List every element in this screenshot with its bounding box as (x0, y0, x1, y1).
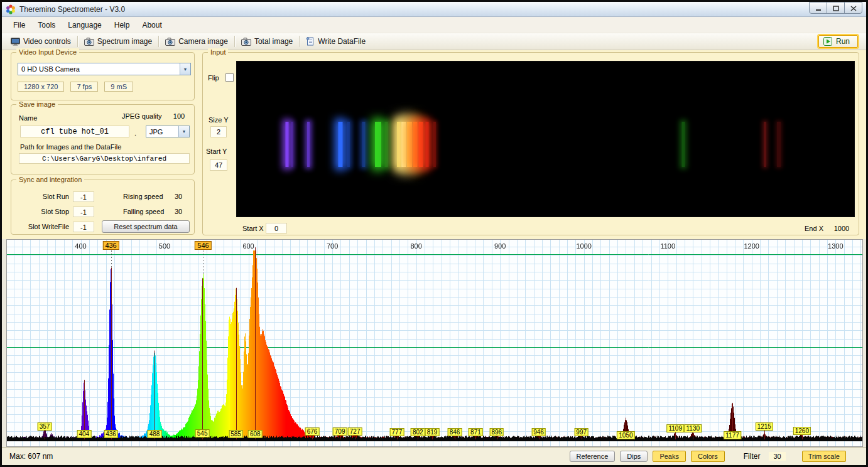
start-x-field[interactable]: 0 (266, 223, 287, 234)
toolbar-label: Write DataFile (318, 37, 366, 46)
minimize-button[interactable] (809, 2, 827, 14)
file-name-field[interactable]: cfl tube hot_01 (20, 126, 129, 137)
menu-item-file[interactable]: File (7, 18, 31, 32)
title-bar[interactable]: Theremino Spectrometer - V3.0 (2, 2, 866, 17)
toolbar-label: Spectrum image (97, 37, 152, 46)
toolbar-label: Video controls (23, 37, 71, 46)
spectral-line (339, 122, 343, 167)
menu-item-tools[interactable]: Tools (31, 18, 62, 32)
falling-speed-value[interactable]: 30 (170, 208, 187, 215)
toolbar-separator (77, 36, 78, 47)
peaks-button[interactable]: Peaks (653, 451, 686, 462)
flip-checkbox[interactable] (225, 73, 234, 82)
toolbar-label: Camera image (178, 37, 228, 46)
video-device-value: 0 HD USB Camera (18, 65, 180, 73)
spectral-line (425, 122, 428, 167)
slot-value-slot-writefile[interactable]: -1 (73, 222, 94, 232)
path-field[interactable]: C:\Users\GaryG\Desktop\infared (19, 153, 190, 164)
input-caption: Input (208, 48, 228, 56)
write-datafile-icon (306, 37, 315, 46)
toolbar-total-image[interactable]: Total image (236, 35, 298, 48)
theremino-logo-icon (6, 4, 16, 14)
maximize-button[interactable] (827, 2, 845, 14)
video-input-group: Video Input Device 0 HD USB Camera ▼ 128… (11, 52, 195, 100)
spectrum-chart[interactable]: 4005006007008009001000110012001300436546… (6, 239, 863, 447)
spectral-line (764, 122, 766, 167)
slot-label-slot-run: Slot Run (15, 193, 69, 200)
slot-label-slot-writefile: Slot WriteFile (15, 223, 69, 230)
format-select[interactable]: JPG ▼ (146, 126, 190, 137)
spectrum-canvas[interactable] (7, 240, 862, 446)
camera-icon (165, 38, 175, 46)
video-controls-icon (11, 38, 20, 46)
menu-item-help[interactable]: Help (108, 18, 136, 32)
menu-bar: FileToolsLanguageHelpAbout (2, 17, 866, 33)
toolbar-write-datafile[interactable]: Write DataFile (301, 35, 371, 48)
spectral-line (401, 122, 406, 167)
spectral-line (397, 122, 401, 167)
maximize-icon (833, 3, 839, 14)
slot-value-slot-stop[interactable]: -1 (73, 207, 94, 217)
spectral-line (418, 122, 423, 167)
spectral-line (347, 122, 350, 167)
reset-spectrum-button[interactable]: Reset spectrum data (102, 220, 190, 233)
spectral-line (681, 122, 685, 167)
toolbar-items: Video controlsSpectrum imageCamera image… (6, 35, 371, 48)
spectral-line (413, 122, 418, 167)
status-buttons: ReferenceDipsPeaksColors (570, 451, 725, 462)
status-bar: Max: 607 nm ReferenceDipsPeaksColors Fil… (2, 447, 866, 465)
menu-item-about[interactable]: About (136, 18, 168, 32)
flip-label: Flip (208, 74, 219, 82)
video-input-caption: Video Input Device (16, 48, 79, 56)
spectral-line (375, 122, 381, 167)
format-value: JPG (146, 128, 178, 136)
sync-integration-group: Sync and integration Rising speed 30 Fal… (11, 180, 195, 235)
spectral-line (362, 122, 366, 167)
input-group: Input Flip Size Y 2 Start Y 47 Start X 0… (202, 52, 859, 235)
start-x-label: Start X (242, 225, 264, 232)
filter-value[interactable]: 30 (769, 452, 785, 461)
colors-button[interactable]: Colors (691, 451, 725, 462)
video-stat-1280-x-720: 1280 x 720 (18, 82, 64, 92)
trim-scale-button[interactable]: Trim scale (802, 451, 846, 462)
menu-item-language[interactable]: Language (62, 18, 107, 32)
spectrum-strip (237, 122, 854, 167)
dips-button[interactable]: Dips (620, 451, 648, 462)
window-controls (810, 2, 862, 14)
spectral-line (433, 122, 436, 167)
end-x-value[interactable]: 1000 (828, 225, 855, 232)
toolbar-spectrum-image[interactable]: Spectrum image (79, 35, 157, 48)
reference-button[interactable]: Reference (570, 451, 616, 462)
toolbar-camera-image[interactable]: Camera image (160, 35, 233, 48)
camera-icon (84, 38, 94, 46)
jpeg-quality-value[interactable]: 100 (168, 112, 190, 120)
slot-value-slot-run[interactable]: -1 (73, 191, 94, 202)
video-device-select[interactable]: 0 HD USB Camera ▼ (18, 63, 191, 75)
run-icon (823, 37, 832, 46)
spectral-line (285, 122, 288, 167)
toolbar-label: Total image (254, 37, 293, 46)
run-button[interactable]: Run (818, 35, 858, 48)
run-label: Run (836, 37, 850, 46)
name-format-separator: . (134, 129, 136, 137)
spectral-line (384, 122, 388, 167)
window-title: Theremino Spectrometer - V3.0 (19, 5, 125, 14)
rising-speed-value[interactable]: 30 (170, 193, 187, 200)
filter-label: Filter (744, 452, 761, 461)
size-y-field[interactable]: 2 (210, 126, 227, 137)
size-y-label: Size Y (209, 116, 229, 124)
toolbar: Video controlsSpectrum imageCamera image… (2, 33, 866, 50)
app-window: Theremino Spectrometer - V3.0 FileToolsL… (0, 0, 868, 467)
spectral-line (307, 122, 310, 167)
start-y-label: Start Y (206, 148, 227, 155)
spectral-line (777, 122, 781, 167)
rising-speed-label: Rising speed (123, 193, 163, 200)
toolbar-video-controls[interactable]: Video controls (6, 35, 76, 48)
chevron-down-icon[interactable]: ▼ (178, 126, 189, 137)
slot-label-slot-stop: Slot Stop (15, 208, 69, 215)
toolbar-separator (234, 36, 235, 47)
close-button[interactable] (844, 2, 862, 14)
toolbar-separator (299, 36, 300, 47)
start-y-field[interactable]: 47 (210, 159, 227, 171)
chevron-down-icon[interactable]: ▼ (180, 63, 190, 75)
